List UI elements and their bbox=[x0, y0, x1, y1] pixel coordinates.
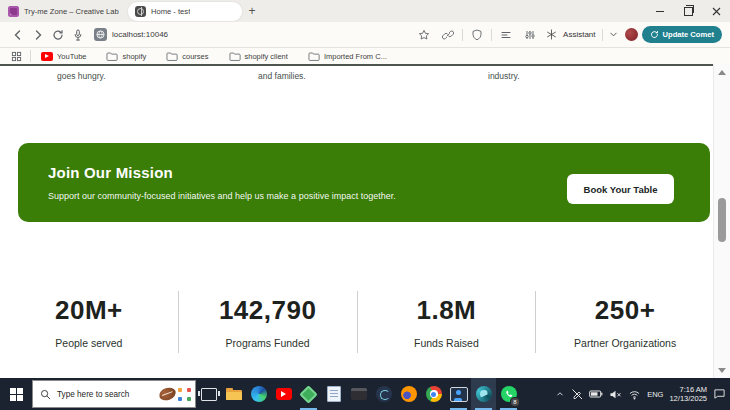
divider bbox=[602, 29, 603, 41]
pen-disabled-icon[interactable] bbox=[571, 388, 583, 400]
stat-label: Partner Organizations bbox=[536, 337, 714, 349]
site-info-button[interactable] bbox=[94, 28, 107, 41]
stats-section: 20M+ People served 142,790 Programs Fund… bbox=[0, 280, 714, 364]
address-url[interactable]: localhost:10046 bbox=[112, 30, 168, 39]
youtube-icon bbox=[41, 52, 53, 61]
action-center-icon[interactable] bbox=[713, 388, 726, 400]
divider bbox=[462, 29, 463, 41]
volume-muted-icon[interactable] bbox=[609, 389, 622, 400]
star-icon bbox=[418, 29, 430, 41]
monitor-person-icon bbox=[450, 387, 468, 402]
new-tab-button[interactable]: + bbox=[244, 3, 260, 19]
tab-try-me-zone[interactable]: Try-me Zone – Creative Lab bbox=[8, 0, 126, 22]
stat-value: 1.8M bbox=[358, 295, 536, 326]
assistant-button[interactable] bbox=[544, 25, 558, 45]
profile-avatar[interactable] bbox=[625, 28, 638, 41]
close-button[interactable] bbox=[702, 0, 730, 22]
firefox-button[interactable] bbox=[396, 378, 421, 410]
update-comet-button[interactable]: Update Comet bbox=[642, 26, 722, 43]
network-icon[interactable] bbox=[628, 389, 641, 400]
book-your-table-button[interactable]: Book Your Table bbox=[567, 174, 674, 204]
scrollbar-thumb[interactable] bbox=[718, 198, 726, 242]
taskbar-icons: 8 bbox=[196, 378, 521, 410]
bookmark-button[interactable] bbox=[414, 25, 434, 45]
divider bbox=[30, 50, 31, 62]
tray-chevron-up-icon[interactable] bbox=[555, 389, 565, 399]
page-viewport: goes hungry. and families. industry. Joi… bbox=[0, 64, 714, 378]
chart-icon bbox=[178, 388, 191, 401]
bookmark-folder-courses[interactable]: courses bbox=[166, 51, 208, 62]
page-top-border bbox=[0, 64, 714, 66]
edge-icon bbox=[251, 386, 267, 402]
folder-icon bbox=[166, 51, 178, 62]
taskbar: Type here to search 8 bbox=[0, 378, 730, 410]
stat-programs-funded: 142,790 Programs Funded bbox=[179, 295, 357, 349]
notepad-button[interactable] bbox=[321, 378, 346, 410]
whatsapp-button[interactable]: 8 bbox=[496, 378, 521, 410]
tab-home-test[interactable]: Home - test bbox=[128, 2, 242, 21]
maximize-button[interactable] bbox=[674, 0, 702, 22]
reading-list-button[interactable] bbox=[496, 25, 516, 45]
globe-icon bbox=[96, 30, 105, 39]
whatsapp-badge: 8 bbox=[510, 397, 520, 407]
remote-desktop-button[interactable] bbox=[446, 378, 471, 410]
battery-icon[interactable] bbox=[589, 389, 603, 399]
back-button[interactable] bbox=[8, 25, 28, 45]
page-scrollbar[interactable] bbox=[713, 64, 730, 378]
folder-icon bbox=[308, 51, 320, 62]
edge-button[interactable] bbox=[246, 378, 271, 410]
terminal-button[interactable] bbox=[346, 378, 371, 410]
bookmark-folder-shopify-client[interactable]: shopify client bbox=[229, 51, 288, 62]
scroll-up-button[interactable] bbox=[714, 66, 730, 78]
stat-partner-organizations: 250+ Partner Organizations bbox=[536, 295, 714, 349]
bookmark-folder-shopify[interactable]: shopify bbox=[106, 51, 146, 62]
green-diamond-app-button[interactable] bbox=[296, 378, 321, 410]
youtube-icon bbox=[276, 388, 292, 400]
forward-button[interactable] bbox=[28, 25, 48, 45]
bookmark-folder-imported[interactable]: Imported From C... bbox=[308, 51, 387, 62]
football-icon bbox=[157, 385, 177, 402]
comet-browser-button[interactable] bbox=[471, 378, 496, 410]
taskbar-search[interactable]: Type here to search bbox=[32, 380, 196, 408]
divider bbox=[491, 29, 492, 41]
copy-link-button[interactable] bbox=[438, 25, 458, 45]
apps-grid-button[interactable] bbox=[6, 46, 26, 66]
dark-circle-app-button[interactable] bbox=[371, 378, 396, 410]
update-comet-label: Update Comet bbox=[663, 30, 714, 39]
reload-button[interactable] bbox=[48, 25, 68, 45]
search-placeholder: Type here to search bbox=[57, 390, 159, 399]
youtube-app-button[interactable] bbox=[271, 378, 296, 410]
notepad-icon bbox=[327, 386, 341, 402]
tab-favicon-icon bbox=[135, 6, 146, 17]
back-icon bbox=[12, 29, 24, 41]
file-explorer-button[interactable] bbox=[221, 378, 246, 410]
minimize-button[interactable] bbox=[646, 0, 674, 22]
tuner-button[interactable] bbox=[520, 25, 540, 45]
bookmarks-bar: YouTube shopify courses shopify client I… bbox=[0, 48, 730, 64]
assistant-label[interactable]: Assistant bbox=[563, 30, 595, 39]
chevron-down-icon bbox=[609, 30, 618, 39]
green-diamond-icon bbox=[299, 385, 317, 403]
browser-toolbar: localhost:10046 Assistant bbox=[0, 22, 730, 48]
bookmark-youtube[interactable]: YouTube bbox=[41, 52, 86, 61]
column-text-fragment: industry. bbox=[488, 71, 520, 81]
task-view-button[interactable] bbox=[196, 378, 221, 410]
window-controls bbox=[646, 0, 730, 22]
scroll-down-button[interactable] bbox=[714, 364, 730, 376]
shield-icon bbox=[471, 29, 483, 41]
tray-time: 7:16 AM bbox=[669, 385, 707, 394]
search-highlights[interactable] bbox=[159, 388, 191, 401]
firefox-icon bbox=[401, 386, 417, 402]
tray-date: 12/13/2025 bbox=[669, 394, 707, 403]
refresh-icon bbox=[650, 30, 659, 39]
clock[interactable]: 7:16 AM 12/13/2025 bbox=[669, 385, 707, 403]
site-shield-button[interactable] bbox=[467, 25, 487, 45]
chrome-icon bbox=[426, 386, 442, 402]
chrome-button[interactable] bbox=[421, 378, 446, 410]
terminal-icon bbox=[351, 388, 367, 400]
start-button[interactable] bbox=[0, 378, 32, 410]
language-indicator[interactable]: ENG bbox=[647, 390, 663, 399]
profile-chevron-button[interactable] bbox=[607, 25, 621, 45]
voice-search-button[interactable] bbox=[68, 25, 88, 45]
stat-value: 20M+ bbox=[0, 295, 178, 326]
